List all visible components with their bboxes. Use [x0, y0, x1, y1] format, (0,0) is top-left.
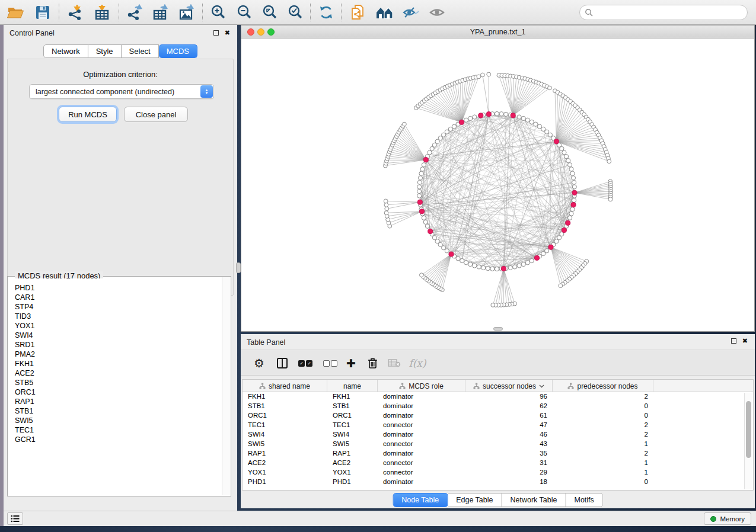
network-node[interactable] [562, 150, 566, 155]
network-node[interactable] [438, 136, 442, 140]
network-node[interactable] [529, 259, 534, 263]
run-mcds-button[interactable]: Run MCDS [59, 107, 117, 122]
table-row[interactable]: PHD1PHD1dominator180 [243, 477, 753, 487]
network-node[interactable] [435, 139, 439, 143]
network-node[interactable] [513, 265, 517, 269]
network-node[interactable] [572, 185, 576, 189]
close-panel-button[interactable]: Close panel [124, 107, 188, 122]
network-node[interactable] [420, 273, 424, 277]
network-node[interactable] [419, 171, 423, 175]
network-node[interactable] [495, 111, 499, 116]
mcds-result-item[interactable]: GCR1 [15, 435, 221, 444]
network-node[interactable] [468, 262, 473, 267]
horizontal-splitter-handle[interactable] [493, 327, 503, 331]
float-table-panel-icon[interactable] [731, 338, 736, 344]
hide-selected-button[interactable] [399, 2, 423, 23]
mcds-node[interactable] [501, 266, 506, 271]
show-all-button[interactable] [425, 2, 449, 23]
network-node[interactable] [452, 124, 456, 129]
network-node[interactable] [607, 159, 611, 164]
float-panel-icon[interactable] [213, 30, 219, 36]
network-node[interactable] [477, 265, 481, 269]
table-row[interactable]: FKH1FKH1dominator962 [243, 392, 753, 402]
network-node[interactable] [608, 197, 613, 201]
network-node[interactable] [442, 246, 446, 250]
mcds-result-item[interactable]: SRD1 [15, 340, 221, 350]
network-node[interactable] [422, 216, 426, 220]
network-node[interactable] [554, 239, 559, 243]
save-session-button[interactable] [31, 2, 55, 23]
network-node[interactable] [490, 267, 495, 271]
mcds-node[interactable] [479, 113, 483, 118]
network-node[interactable] [495, 267, 499, 271]
table-row[interactable]: TEC1TEC1connector472 [243, 421, 753, 430]
network-node[interactable] [460, 259, 464, 263]
tab-node-table[interactable]: Node Table [393, 493, 448, 507]
network-node[interactable] [417, 194, 422, 198]
mcds-node[interactable] [548, 245, 553, 249]
network-node[interactable] [566, 159, 570, 163]
network-node[interactable] [571, 176, 575, 180]
export-table-button[interactable] [149, 2, 173, 23]
mcds-result-item[interactable]: FKH1 [15, 359, 221, 368]
network-node[interactable] [572, 198, 576, 203]
tab-network[interactable]: Network [43, 44, 88, 58]
zoom-out-button[interactable] [232, 2, 256, 23]
network-node[interactable] [481, 265, 486, 270]
network-node[interactable] [464, 261, 468, 265]
mcds-result-item[interactable]: RAP1 [15, 397, 221, 406]
network-node[interactable] [525, 118, 529, 122]
column-header[interactable]: name [327, 380, 378, 392]
memory-button[interactable]: Memory [704, 512, 751, 525]
tab-style[interactable]: Style [88, 44, 122, 58]
mcds-node[interactable] [428, 229, 433, 233]
network-node[interactable] [384, 211, 388, 215]
table-scrollbar[interactable] [744, 393, 752, 489]
network-node[interactable] [438, 242, 442, 246]
mcds-node[interactable] [417, 200, 422, 204]
network-node[interactable] [418, 176, 422, 180]
mcds-result-item[interactable]: YOX1 [15, 321, 221, 331]
network-node[interactable] [486, 267, 490, 271]
tab-mcds[interactable]: MCDS [159, 44, 197, 58]
network-node[interactable] [442, 133, 446, 137]
search-field[interactable] [579, 5, 748, 20]
network-node[interactable] [541, 127, 546, 131]
network-node[interactable] [425, 224, 429, 228]
mcds-node[interactable] [566, 220, 570, 225]
delete-column-button[interactable] [363, 350, 382, 376]
mcds-result-item[interactable]: SWI4 [15, 331, 221, 340]
export-network-button[interactable] [123, 2, 146, 23]
vertical-splitter-handle[interactable] [236, 262, 241, 273]
network-node[interactable] [541, 252, 546, 256]
apply-function-button[interactable]: f(x) [406, 350, 429, 376]
network-node[interactable] [508, 265, 512, 270]
table-row[interactable]: YOX1YOX1connector291 [243, 468, 753, 477]
network-node[interactable] [499, 112, 503, 116]
import-network-button[interactable] [63, 2, 87, 23]
column-header[interactable]: successor nodes [465, 380, 553, 392]
network-node[interactable] [559, 284, 563, 288]
network-node[interactable] [504, 112, 508, 116]
home-layout-button[interactable] [373, 2, 397, 23]
table-row[interactable]: SWI5SWI5connector431 [243, 440, 753, 449]
network-node[interactable] [384, 203, 388, 207]
network-node[interactable] [545, 130, 549, 134]
network-node[interactable] [468, 116, 473, 120]
network-node[interactable] [422, 163, 426, 167]
column-header[interactable]: MCDS role [378, 380, 465, 392]
network-node[interactable] [417, 180, 422, 184]
add-column-button[interactable]: ✚ [342, 350, 361, 376]
table-settings-button[interactable]: ⚙ [250, 350, 268, 376]
mcds-node[interactable] [449, 252, 454, 257]
mcds-node[interactable] [423, 158, 428, 162]
mcds-node[interactable] [511, 113, 515, 118]
network-canvas[interactable] [241, 39, 754, 331]
mcds-result-item[interactable]: CAR1 [15, 293, 221, 302]
mcds-node[interactable] [554, 139, 559, 144]
network-node[interactable] [385, 207, 389, 211]
network-node[interactable] [481, 73, 485, 77]
network-node[interactable] [432, 236, 436, 240]
network-node[interactable] [525, 261, 529, 265]
network-node[interactable] [569, 211, 573, 216]
